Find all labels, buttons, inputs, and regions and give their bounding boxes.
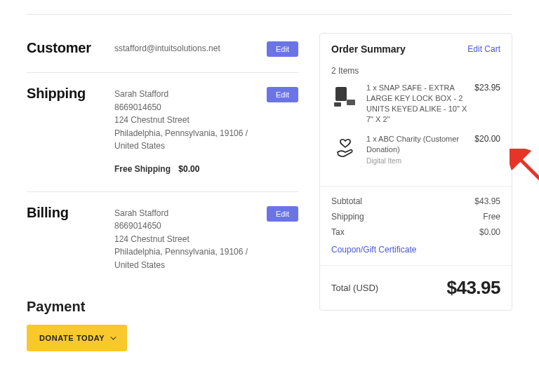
billing-phone: 8669014650: [114, 219, 260, 233]
shipping-street: 124 Chestnut Street: [114, 114, 260, 127]
shipping-section: Shipping Sarah Stafford 8669014650 124 C…: [27, 79, 298, 192]
subtotal-value: $43.95: [474, 196, 500, 206]
donation-heart-icon: [331, 134, 359, 162]
item-subtext: Digital Item: [366, 156, 467, 166]
payment-heading: Payment: [27, 299, 298, 315]
total-value: $43.95: [446, 277, 500, 299]
item-price: $23.95: [474, 83, 500, 124]
shipping-method-cost: $0.00: [178, 164, 199, 174]
shipping-country: United States: [114, 140, 260, 153]
billing-street: 124 Chestnut Street: [114, 233, 260, 246]
billing-heading: Billing: [27, 205, 107, 221]
customer-heading: Customer: [27, 40, 107, 56]
annotation-arrow-icon: [510, 149, 539, 188]
shipping-label: Shipping: [331, 212, 364, 222]
item-description: 1 x SNAP SAFE - EXTRA LARGE KEY LOCK BOX…: [366, 83, 467, 124]
svg-line-0: [517, 156, 539, 182]
billing-name: Sarah Stafford: [114, 207, 260, 220]
edit-shipping-button[interactable]: Edit: [267, 87, 298, 102]
shipping-name: Sarah Stafford: [114, 88, 260, 101]
chevron-down-icon: [110, 334, 116, 339]
shipping-value: Free: [483, 212, 500, 222]
donate-today-button[interactable]: DONATE TODAY: [27, 325, 127, 351]
order-summary: Order Summary Edit Cart 2 Items 1 x SNAP…: [319, 33, 512, 311]
shipping-phone: 8669014650: [114, 101, 260, 114]
shipping-heading: Shipping: [27, 86, 107, 102]
billing-city: Philadelphia, Pennsylvania, 19106 /: [114, 245, 260, 259]
payment-section: Payment DONATE TODAY: [27, 299, 298, 351]
customer-email: sstafford@intuitsolutions.net: [114, 43, 220, 53]
item-count: 2 Items: [331, 66, 500, 76]
tax-label: Tax: [331, 227, 345, 237]
tax-value: $0.00: [479, 227, 500, 237]
item-price: $20.00: [474, 134, 500, 165]
customer-section: Customer sstafford@intuitsolutions.net E…: [27, 33, 298, 73]
coupon-link[interactable]: Coupon/Gift Certificate: [331, 245, 416, 255]
donate-label: DONATE TODAY: [39, 334, 105, 342]
shipping-method-label: Free Shipping: [114, 164, 171, 174]
product-thumbnail-icon: [331, 83, 359, 111]
edit-cart-link[interactable]: Edit Cart: [467, 44, 500, 54]
total-label: Total (USD): [331, 283, 378, 293]
edit-billing-button[interactable]: Edit: [267, 206, 298, 222]
subtotal-label: Subtotal: [331, 196, 362, 206]
edit-customer-button[interactable]: Edit: [267, 41, 298, 57]
item-description: 1 x ABC Charity (Customer Donation): [366, 134, 467, 155]
order-summary-heading: Order Summary: [331, 43, 406, 55]
billing-section: Billing Sarah Stafford 8669014650 124 Ch…: [27, 198, 298, 288]
shipping-city: Philadelphia, Pennsylvania, 19106 /: [114, 127, 260, 140]
order-item: 1 x ABC Charity (Customer Donation) Digi…: [331, 134, 500, 165]
order-item: 1 x SNAP SAFE - EXTRA LARGE KEY LOCK BOX…: [331, 83, 500, 124]
billing-country: United States: [114, 259, 260, 272]
